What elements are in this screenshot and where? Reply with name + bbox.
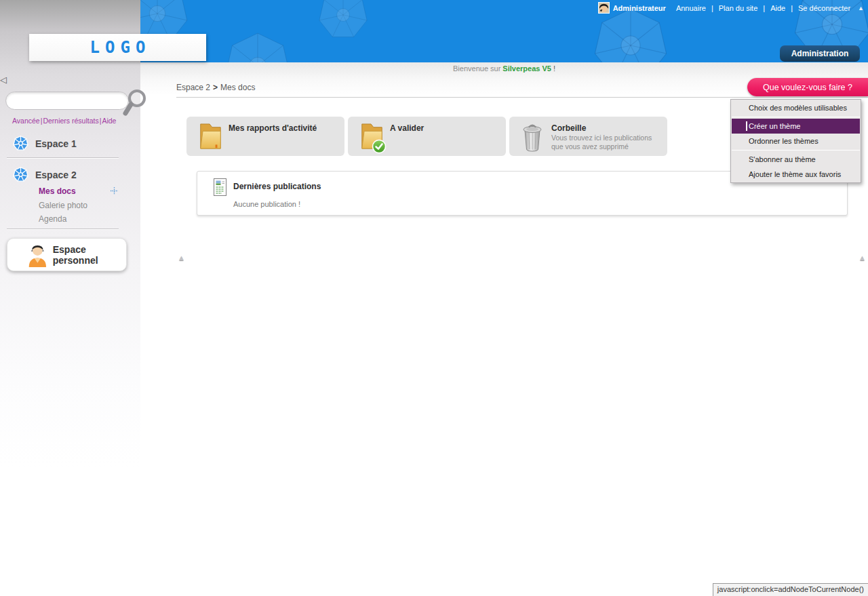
link-plan-du-site[interactable]: Plan du site (719, 4, 757, 12)
publications-title: Dernières publications (233, 182, 321, 191)
logo-text: LOGO (85, 38, 151, 57)
breadcrumb-mes-docs[interactable]: Mes docs (220, 83, 255, 92)
link-avancee[interactable]: Avancée (12, 117, 40, 125)
folder-cards: Mes rapports d'activité A valider (186, 117, 667, 156)
sidebar-item-espace-2[interactable]: Espace 2 (12, 166, 77, 183)
collapse-topbar-icon[interactable]: ▲ (858, 5, 864, 12)
card-mes-rapports[interactable]: Mes rapports d'activité (186, 117, 344, 156)
menu-item-choix-des-modeles[interactable]: Choix des modèles utilisables (732, 100, 860, 115)
search-links: Avancée|Derniers résultats|Aide (12, 117, 116, 125)
divider (7, 157, 119, 158)
scroll-top-icon[interactable]: ▲ (859, 254, 866, 262)
sidebar: ◁ Avancée|Derniers résultats|Aide Espace… (0, 0, 140, 596)
sidebar-collapse-icon[interactable]: ◁ (0, 75, 7, 85)
link-derniers-resultats[interactable]: Derniers résultats (43, 117, 98, 125)
sidebar-item-galerie-photo[interactable]: Galerie photo (39, 201, 87, 210)
main-content: Bienvenue surSilverpeas V5! Espace 2>Mes… (140, 62, 868, 596)
topbar: Administrateur Annuaire | Plan du site |… (598, 2, 864, 14)
welcome-message: Bienvenue surSilverpeas V5! (140, 64, 868, 73)
link-aide[interactable]: Aide (770, 4, 785, 12)
menu-separator (732, 150, 860, 151)
search-area (5, 90, 140, 117)
space-label: Espace 1 (35, 138, 77, 149)
search-icon[interactable] (122, 86, 146, 117)
personal-space-label: Espace personnel (53, 244, 126, 266)
menu-item-ajouter-theme-favoris[interactable]: Ajouter le thème aux favoris (732, 167, 860, 182)
menu-item-sabonner-au-theme[interactable]: S'abonner au thème (732, 152, 860, 167)
person-icon (27, 241, 48, 269)
brand-name: Silverpeas V5 (502, 64, 551, 73)
logo[interactable]: LOGO (29, 34, 206, 61)
action-dropdown-menu: Choix des modèles utilisables Créer un t… (730, 99, 861, 183)
search-input[interactable] (5, 92, 129, 110)
link-annuaire[interactable]: Annuaire (676, 4, 706, 12)
card-a-valider[interactable]: A valider (348, 117, 506, 156)
breadcrumb: Espace 2>Mes docs (176, 83, 255, 92)
publications-empty-message: Aucune publication ! (233, 200, 300, 208)
divider (176, 97, 868, 98)
menu-item-ordonner-les-themes[interactable]: Ordonner les thèmes (732, 134, 860, 148)
menu-item-creer-un-theme[interactable]: Créer un thème (732, 119, 860, 134)
user-avatar[interactable] (598, 2, 610, 14)
header-banner: Administrateur Annuaire | Plan du site |… (140, 0, 868, 62)
link-se-deconnecter[interactable]: Se déconnecter (798, 4, 850, 12)
space-label: Espace 2 (35, 170, 77, 180)
pinwheel-icon (12, 135, 29, 152)
trash-icon (520, 121, 545, 153)
espace-personnel-button[interactable]: Espace personnel (7, 238, 127, 271)
sidebar-item-espace-1[interactable]: Espace 1 (12, 135, 77, 152)
card-corbeille[interactable]: Corbeille Vous trouvez ici les publicati… (509, 117, 667, 156)
pinwheel-icon (12, 166, 29, 183)
link-aide-recherche[interactable]: Aide (102, 117, 116, 125)
check-badge-icon (372, 139, 387, 154)
sidebar-item-mes-docs[interactable]: Mes docs (39, 186, 76, 196)
sidebar-item-agenda[interactable]: Agenda (39, 214, 66, 224)
document-icon (214, 178, 226, 196)
browser-status-tooltip: javascript:onclick=addNodeToCurrentNode(… (713, 583, 868, 596)
text-cursor (746, 121, 747, 131)
username[interactable]: Administrateur (613, 4, 666, 12)
divider (7, 229, 119, 229)
breadcrumb-espace-2[interactable]: Espace 2 (176, 83, 210, 92)
menu-separator (732, 117, 860, 117)
que-voulez-vous-faire-button[interactable]: Que voulez-vous faire ? (747, 78, 868, 96)
move-cross-icon[interactable] (111, 187, 118, 195)
administration-button[interactable]: Administration (780, 45, 860, 62)
scroll-top-icon[interactable]: ▲ (178, 254, 185, 262)
folder-icon (197, 121, 223, 151)
